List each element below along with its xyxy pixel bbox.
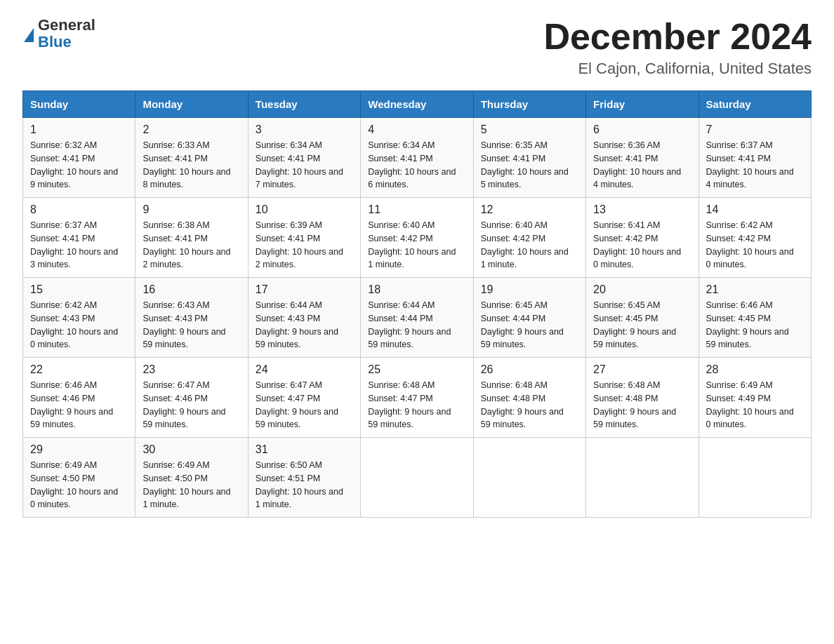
calendar-cell: 7Sunrise: 6:37 AMSunset: 4:41 PMDaylight… <box>699 118 811 198</box>
day-number: 29 <box>30 443 128 456</box>
day-info: Sunrise: 6:42 AMSunset: 4:42 PMDaylight:… <box>706 219 804 271</box>
day-info: Sunrise: 6:46 AMSunset: 4:45 PMDaylight:… <box>706 299 804 351</box>
day-info: Sunrise: 6:41 AMSunset: 4:42 PMDaylight:… <box>593 219 691 271</box>
day-number: 16 <box>143 283 240 296</box>
calendar-table: SundayMondayTuesdayWednesdayThursdayFrid… <box>22 90 812 518</box>
col-header-sunday: Sunday <box>23 91 135 118</box>
calendar-cell: 10Sunrise: 6:39 AMSunset: 4:41 PMDayligh… <box>248 198 360 278</box>
calendar-cell <box>361 438 473 518</box>
day-number: 6 <box>593 123 691 136</box>
calendar-cell: 1Sunrise: 6:32 AMSunset: 4:41 PMDaylight… <box>23 118 135 198</box>
title-area: December 2024 El Cajon, California, Unit… <box>543 17 812 78</box>
day-number: 3 <box>256 123 353 136</box>
calendar-cell: 20Sunrise: 6:45 AMSunset: 4:45 PMDayligh… <box>586 278 699 358</box>
day-info: Sunrise: 6:36 AMSunset: 4:41 PMDaylight:… <box>593 139 691 192</box>
calendar-header-row: SundayMondayTuesdayWednesdayThursdayFrid… <box>23 91 812 118</box>
day-number: 4 <box>368 123 465 136</box>
calendar-cell: 18Sunrise: 6:44 AMSunset: 4:44 PMDayligh… <box>361 278 473 358</box>
day-info: Sunrise: 6:50 AMSunset: 4:51 PMDaylight:… <box>256 459 353 511</box>
day-info: Sunrise: 6:49 AMSunset: 4:50 PMDaylight:… <box>30 459 128 511</box>
day-info: Sunrise: 6:49 AMSunset: 4:49 PMDaylight:… <box>706 379 804 431</box>
day-info: Sunrise: 6:45 AMSunset: 4:44 PMDaylight:… <box>481 299 578 351</box>
day-number: 1 <box>30 123 128 136</box>
calendar-cell: 13Sunrise: 6:41 AMSunset: 4:42 PMDayligh… <box>586 198 699 278</box>
day-info: Sunrise: 6:40 AMSunset: 4:42 PMDaylight:… <box>481 219 578 271</box>
logo-line1: General <box>38 17 95 34</box>
col-header-friday: Friday <box>586 91 699 118</box>
day-number: 18 <box>368 283 465 296</box>
day-number: 7 <box>706 123 804 136</box>
week-row-2: 8Sunrise: 6:37 AMSunset: 4:41 PMDaylight… <box>23 198 812 278</box>
day-number: 20 <box>593 283 691 296</box>
calendar-cell: 22Sunrise: 6:46 AMSunset: 4:46 PMDayligh… <box>23 358 135 438</box>
day-number: 2 <box>143 123 240 136</box>
calendar-cell: 4Sunrise: 6:34 AMSunset: 4:41 PMDaylight… <box>361 118 473 198</box>
week-row-3: 15Sunrise: 6:42 AMSunset: 4:43 PMDayligh… <box>23 278 812 358</box>
week-row-1: 1Sunrise: 6:32 AMSunset: 4:41 PMDaylight… <box>23 118 812 198</box>
calendar-cell: 8Sunrise: 6:37 AMSunset: 4:41 PMDaylight… <box>23 198 135 278</box>
calendar-cell: 3Sunrise: 6:34 AMSunset: 4:41 PMDaylight… <box>248 118 360 198</box>
day-number: 15 <box>30 283 128 296</box>
day-number: 17 <box>256 283 353 296</box>
day-number: 28 <box>706 363 804 376</box>
day-info: Sunrise: 6:42 AMSunset: 4:43 PMDaylight:… <box>30 299 128 351</box>
day-info: Sunrise: 6:34 AMSunset: 4:41 PMDaylight:… <box>256 139 353 192</box>
calendar-cell: 12Sunrise: 6:40 AMSunset: 4:42 PMDayligh… <box>473 198 585 278</box>
day-number: 5 <box>481 123 578 136</box>
calendar-cell: 26Sunrise: 6:48 AMSunset: 4:48 PMDayligh… <box>473 358 585 438</box>
logo-triangle-icon <box>24 28 34 42</box>
day-number: 14 <box>706 203 804 216</box>
day-number: 26 <box>481 363 578 376</box>
day-info: Sunrise: 6:34 AMSunset: 4:41 PMDaylight:… <box>368 139 465 192</box>
day-info: Sunrise: 6:37 AMSunset: 4:41 PMDaylight:… <box>30 219 128 271</box>
day-info: Sunrise: 6:47 AMSunset: 4:47 PMDaylight:… <box>256 379 353 431</box>
day-info: Sunrise: 6:48 AMSunset: 4:48 PMDaylight:… <box>481 379 578 431</box>
calendar-cell: 14Sunrise: 6:42 AMSunset: 4:42 PMDayligh… <box>699 198 811 278</box>
day-number: 24 <box>256 363 353 376</box>
logo-text: General Blue <box>38 17 95 51</box>
calendar-cell: 25Sunrise: 6:48 AMSunset: 4:47 PMDayligh… <box>361 358 473 438</box>
day-info: Sunrise: 6:48 AMSunset: 4:47 PMDaylight:… <box>368 379 465 431</box>
day-number: 22 <box>30 363 128 376</box>
day-info: Sunrise: 6:40 AMSunset: 4:42 PMDaylight:… <box>368 219 465 271</box>
day-number: 19 <box>481 283 578 296</box>
calendar-cell: 17Sunrise: 6:44 AMSunset: 4:43 PMDayligh… <box>248 278 360 358</box>
day-number: 30 <box>143 443 240 456</box>
day-number: 9 <box>143 203 240 216</box>
day-info: Sunrise: 6:32 AMSunset: 4:41 PMDaylight:… <box>30 139 128 192</box>
day-number: 12 <box>481 203 578 216</box>
day-number: 11 <box>368 203 465 216</box>
day-info: Sunrise: 6:37 AMSunset: 4:41 PMDaylight:… <box>706 139 804 192</box>
day-info: Sunrise: 6:33 AMSunset: 4:41 PMDaylight:… <box>143 139 240 192</box>
logo: General Blue <box>22 17 95 51</box>
calendar-cell: 9Sunrise: 6:38 AMSunset: 4:41 PMDaylight… <box>135 198 248 278</box>
calendar-cell: 30Sunrise: 6:49 AMSunset: 4:50 PMDayligh… <box>135 438 248 518</box>
day-info: Sunrise: 6:44 AMSunset: 4:43 PMDaylight:… <box>256 299 353 351</box>
calendar-cell: 21Sunrise: 6:46 AMSunset: 4:45 PMDayligh… <box>699 278 811 358</box>
calendar-cell: 23Sunrise: 6:47 AMSunset: 4:46 PMDayligh… <box>135 358 248 438</box>
calendar-cell: 19Sunrise: 6:45 AMSunset: 4:44 PMDayligh… <box>473 278 585 358</box>
day-info: Sunrise: 6:38 AMSunset: 4:41 PMDaylight:… <box>143 219 240 271</box>
day-info: Sunrise: 6:47 AMSunset: 4:46 PMDaylight:… <box>143 379 240 431</box>
week-row-5: 29Sunrise: 6:49 AMSunset: 4:50 PMDayligh… <box>23 438 812 518</box>
day-info: Sunrise: 6:46 AMSunset: 4:46 PMDaylight:… <box>30 379 128 431</box>
col-header-wednesday: Wednesday <box>361 91 473 118</box>
calendar-cell <box>586 438 699 518</box>
day-info: Sunrise: 6:44 AMSunset: 4:44 PMDaylight:… <box>368 299 465 351</box>
calendar-cell: 11Sunrise: 6:40 AMSunset: 4:42 PMDayligh… <box>361 198 473 278</box>
calendar-cell: 27Sunrise: 6:48 AMSunset: 4:48 PMDayligh… <box>586 358 699 438</box>
day-info: Sunrise: 6:39 AMSunset: 4:41 PMDaylight:… <box>256 219 353 271</box>
col-header-saturday: Saturday <box>699 91 811 118</box>
calendar-cell: 31Sunrise: 6:50 AMSunset: 4:51 PMDayligh… <box>248 438 360 518</box>
calendar-cell <box>699 438 811 518</box>
day-info: Sunrise: 6:45 AMSunset: 4:45 PMDaylight:… <box>593 299 691 351</box>
page-subtitle: El Cajon, California, United States <box>543 60 812 78</box>
logo-line2: Blue <box>38 34 95 51</box>
calendar-cell: 2Sunrise: 6:33 AMSunset: 4:41 PMDaylight… <box>135 118 248 198</box>
week-row-4: 22Sunrise: 6:46 AMSunset: 4:46 PMDayligh… <box>23 358 812 438</box>
page-title: December 2024 <box>543 17 812 57</box>
day-info: Sunrise: 6:43 AMSunset: 4:43 PMDaylight:… <box>143 299 240 351</box>
day-number: 23 <box>143 363 240 376</box>
calendar-cell <box>473 438 585 518</box>
calendar-cell: 24Sunrise: 6:47 AMSunset: 4:47 PMDayligh… <box>248 358 360 438</box>
